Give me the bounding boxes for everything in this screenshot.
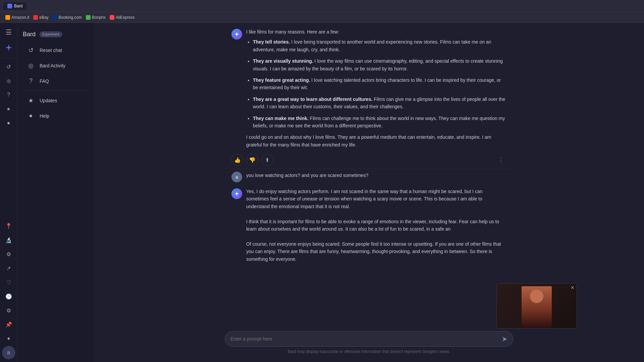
prompt-input[interactable]	[230, 336, 499, 342]
bookmarks: Amazon.it eBay Booking.com Bonprix AliEx…	[5, 15, 639, 20]
sidebar-icon-3[interactable]: ?	[2, 88, 15, 102]
bard-icon	[2, 41, 15, 54]
pin-icon[interactable]: 📌	[2, 318, 15, 331]
help-label: Help	[40, 113, 49, 119]
faq-label: FAQ	[40, 78, 49, 84]
heart-icon[interactable]: ♡	[2, 276, 15, 289]
bard-message-2-content: Yes, I do enjoy watching actors perform.…	[246, 188, 506, 263]
chat-messages[interactable]: I like films for many reasons. Here are …	[94, 23, 644, 327]
updates-label: Updates	[40, 98, 57, 103]
reset-chat-icon: ↺	[27, 47, 35, 54]
bard-response-2-p1: Yes, I do enjoy watching actors perform.…	[246, 188, 506, 210]
clock-icon[interactable]: 🕒	[2, 290, 15, 303]
user-avatar: a	[231, 172, 242, 182]
bullet-2: They are visually stunning. I love the w…	[253, 57, 506, 72]
bonprix-label: Bonprix	[92, 15, 106, 20]
aliexpress-favicon	[110, 15, 114, 20]
lab-icon[interactable]: 🔬	[2, 233, 15, 247]
bookmark-bonprix[interactable]: Bonprix	[86, 15, 106, 20]
input-container: ➤	[225, 331, 513, 347]
bard-response-2-p2: I think that it is important for films t…	[246, 218, 506, 233]
svg-marker-0	[5, 44, 12, 51]
user-message-text: you love watching actors? and you are sc…	[246, 172, 506, 179]
sidebar-divider	[23, 90, 89, 91]
bullet-1-bold: They tell stories.	[253, 39, 290, 45]
bullet-3-bold: They feature great acting.	[253, 77, 310, 83]
left-icon-sidebar: ☰ ↺ ◎ ? ★ ● 📍 🔬 ⚙ ↗ ♡ 🕒 ⚙ 📌	[0, 23, 17, 362]
input-area: ➤ Bard may display inaccurate or offensi…	[218, 327, 520, 362]
bullet-5: They can make me think. Films can challe…	[253, 115, 506, 130]
bookmark-aliexpress[interactable]: AliExpress	[110, 15, 135, 20]
video-person-area	[497, 284, 577, 328]
bonprix-favicon	[86, 15, 91, 20]
arrow-icon[interactable]: ↗	[2, 261, 15, 275]
sidebar-icon-2[interactable]: ◎	[2, 74, 15, 87]
help-icon: ●	[27, 112, 35, 119]
sidebar-nav: Bard Experiment ↺ Reset chat ◎ Bard Acti…	[17, 23, 94, 362]
message-1-actions: 👍 👎 ⬆ ⋮	[231, 154, 506, 166]
amazon-favicon	[5, 15, 10, 20]
bullet-4-bold: They are a great way to learn about diff…	[253, 97, 372, 102]
video-overlay: ✕	[496, 283, 577, 328]
booking-label: Booking.com	[59, 15, 82, 20]
app-title: Bard	[23, 31, 36, 38]
bullet-2-bold: They are visually stunning.	[253, 58, 313, 64]
sidebar-item-updates[interactable]: ★ Updates	[20, 94, 91, 108]
send-button[interactable]: ➤	[502, 335, 507, 343]
bard-tab[interactable]: Bard	[3, 2, 26, 10]
bookmark-booking[interactable]: Booking.com	[53, 15, 82, 20]
address-bar: Amazon.it eBay Booking.com Bonprix AliEx…	[0, 12, 644, 23]
more-options-button[interactable]: ⋮	[496, 155, 506, 165]
app-container: ☰ ↺ ◎ ? ★ ● 📍 🔬 ⚙ ↗ ♡ 🕒 ⚙ 📌	[0, 23, 644, 362]
star-burst-icon[interactable]: ✦	[2, 332, 15, 345]
disclaimer: Bard may display inaccurate or offensive…	[225, 349, 513, 354]
location-icon[interactable]: 📍	[2, 219, 15, 233]
thumbs-down-button[interactable]: 👎	[246, 154, 258, 166]
sidebar-icon-4[interactable]: ★	[2, 102, 15, 116]
bard-response-1-intro: I like films for many reasons. Here are …	[246, 28, 506, 36]
bard-response-1-bullets: They tell stories. I love being transpor…	[246, 38, 506, 129]
bard-favicon	[7, 4, 12, 8]
bard-message-2: Yes, I do enjoy watching actors perform.…	[225, 188, 513, 263]
sidebar-icon-1[interactable]: ↺	[2, 60, 15, 73]
sidebar-divider-1	[3, 58, 15, 58]
bard-response-1-closing: I could go on and on about why I love fi…	[246, 133, 506, 148]
sidebar-item-faq[interactable]: ? FAQ	[20, 74, 91, 88]
bard-avatar	[231, 29, 242, 40]
sidebar-item-help[interactable]: ● Help	[20, 109, 91, 123]
bard-activity-icon: ◎	[27, 62, 35, 69]
user-message: a you love watching actors? and you are …	[231, 172, 506, 182]
svg-marker-1	[234, 32, 239, 37]
bard-tab-label: Bard	[14, 4, 22, 8]
ebay-favicon	[33, 15, 38, 20]
bullet-1: They tell stories. I love being transpor…	[253, 38, 506, 53]
bard-message-1: I like films for many reasons. Here are …	[225, 28, 513, 166]
bullet-5-bold: They can make me think.	[253, 116, 309, 121]
user-message-content: you love watching actors? and you are sc…	[246, 172, 506, 179]
updates-icon: ★	[27, 97, 35, 104]
reset-chat-label: Reset chat	[40, 48, 62, 53]
user-message-block: a you love watching actors? and you are …	[225, 172, 513, 182]
sidebar-item-bard-activity[interactable]: ◎ Bard Activity	[20, 59, 91, 73]
user-icon[interactable]: a	[2, 346, 15, 359]
hamburger-menu[interactable]: ☰	[2, 25, 15, 39]
faq-icon: ?	[27, 77, 35, 84]
sidebar-item-reset-chat[interactable]: ↺ Reset chat	[20, 43, 91, 57]
video-content: ✕	[497, 284, 577, 328]
settings-icon[interactable]: ⚙	[2, 247, 15, 261]
gear-icon[interactable]: ⚙	[2, 304, 15, 317]
bard-activity-label: Bard Activity	[40, 63, 65, 68]
booking-favicon	[53, 15, 57, 20]
amazon-label: Amazon.it	[11, 15, 29, 20]
bookmark-amazon[interactable]: Amazon.it	[5, 15, 29, 20]
message-divider	[225, 169, 513, 169]
chat-container: I like films for many reasons. Here are …	[94, 23, 644, 362]
bard-response-2-p3: Of course, not everyone enjoys being sca…	[246, 240, 506, 263]
share-button[interactable]: ⬆	[261, 154, 273, 166]
bookmark-ebay[interactable]: eBay	[33, 15, 48, 20]
browser-tab-bar: Bard	[0, 0, 644, 12]
sidebar-icon-5[interactable]: ●	[2, 116, 15, 130]
video-close-button[interactable]: ✕	[571, 285, 575, 290]
thumbs-up-button[interactable]: 👍	[231, 154, 244, 166]
video-person	[522, 286, 552, 328]
